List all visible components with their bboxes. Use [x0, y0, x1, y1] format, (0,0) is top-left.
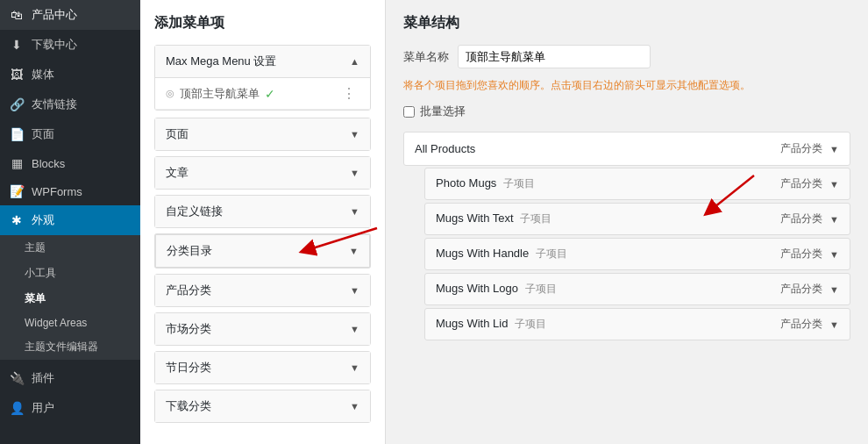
section-custom-links-arrow — [350, 206, 359, 217]
menu-item-mugs-with-lid-name: Mugs With Lid — [436, 317, 508, 330]
menu-item-mugs-with-lid-type: 产品分类 — [780, 317, 822, 332]
checkmark-icon: ✓ — [265, 87, 275, 101]
appearance-submenu: 主题 小工具 菜单 Widget Areas 主题文件编辑器 — [0, 235, 140, 360]
add-panel-title: 添加菜单项 — [154, 14, 371, 32]
section-posts: 文章 — [154, 156, 371, 190]
mega-menu-chevron: ▲ — [350, 56, 359, 67]
section-custom-links-header[interactable]: 自定义链接 — [155, 196, 370, 227]
users-icon: 👤 — [9, 401, 25, 415]
menu-item-mugs-with-text-type: 产品分类 — [780, 211, 822, 226]
menu-item-mugs-with-logo-left: Mugs With Logo 子项目 — [436, 282, 557, 297]
sidebar-item-plugins[interactable]: 🔌 插件 — [0, 363, 140, 393]
menu-item-photo-mugs-type: 产品分类 — [780, 176, 822, 191]
sidebar-item-label: 产品中心 — [32, 7, 77, 23]
sidebar-item-appearance[interactable]: ✱ 外观 — [0, 205, 140, 235]
bulk-select-row: 批量选择 — [403, 104, 850, 119]
menu-name-input[interactable] — [458, 45, 651, 68]
help-text: 将各个项目拖到您喜欢的顺序。点击项目右边的箭头可显示其他配置选项。 — [403, 77, 850, 93]
sidebar-item-pages[interactable]: 📄 页面 — [0, 119, 140, 149]
menu-item-mugs-with-logo-name: Mugs With Logo — [436, 282, 518, 295]
menu-name-label: 菜单名称 — [403, 49, 449, 65]
section-pages-label: 页面 — [166, 126, 189, 142]
wpforms-icon: 📝 — [9, 184, 25, 198]
sidebar-sub-widget-areas[interactable]: Widget Areas — [0, 312, 140, 334]
nav-location-icon: ◎ — [166, 88, 174, 99]
section-pages-header[interactable]: 页面 — [155, 118, 370, 150]
menu-item-mugs-with-handle-right: 产品分类 ▼ — [780, 247, 839, 261]
sidebar-item-label: Blocks — [32, 157, 65, 170]
menu-item-mugs-with-lid-sublabel: 子项目 — [515, 318, 546, 330]
sidebar-item-downloads[interactable]: ⬇ 下载中心 — [0, 30, 140, 60]
annotation-arrow-category — [386, 219, 395, 263]
menu-item-photo-mugs-left: Photo Mugs 子项目 — [436, 176, 535, 191]
section-download-cat-header[interactable]: 下载分类 — [155, 390, 370, 422]
plugins-icon: 🔌 — [9, 371, 25, 385]
menu-item-mugs-with-logo-type: 产品分类 — [780, 282, 822, 297]
section-category-header[interactable]: 分类目录 — [156, 235, 369, 267]
menu-item-photo-mugs-arrow[interactable]: ▼ — [829, 179, 839, 190]
section-holiday-cat-arrow — [350, 362, 359, 373]
section-custom-links-label: 自定义链接 — [166, 204, 223, 219]
sidebar-sub-theme[interactable]: 主题 — [0, 235, 140, 261]
section-category-arrow — [349, 246, 359, 256]
sidebar-item-products[interactable]: 🛍 产品中心 — [0, 0, 140, 30]
sidebar-item-users[interactable]: 👤 用户 — [0, 393, 140, 423]
sidebar-item-label: 外观 — [32, 212, 54, 228]
links-icon: 🔗 — [9, 97, 25, 111]
pages-icon: 📄 — [9, 127, 25, 141]
nav-item-left: ◎ 顶部主导航菜单 ✓ — [166, 86, 275, 102]
sidebar-item-label: 插件 — [32, 370, 54, 386]
section-holiday-cat-header[interactable]: 节日分类 — [155, 352, 370, 383]
menu-item-mugs-with-text[interactable]: Mugs With Text 子项目 产品分类 ▼ — [424, 203, 850, 235]
sidebar-item-media[interactable]: 🖼 媒体 — [0, 60, 140, 90]
nav-item-row: ◎ 顶部主导航菜单 ✓ ⋮ — [155, 78, 370, 110]
sidebar-item-wpforms[interactable]: 📝 WPForms — [0, 177, 140, 205]
products-icon: 🛍 — [9, 8, 25, 22]
menu-item-mugs-with-logo-arrow[interactable]: ▼ — [829, 284, 839, 295]
menu-item-mugs-with-lid-left: Mugs With Lid 子项目 — [436, 317, 546, 332]
menu-item-all-products-arrow[interactable]: ▼ — [829, 144, 839, 154]
sidebar-item-blocks[interactable]: ▦ Blocks — [0, 149, 140, 177]
menu-item-mugs-with-handle-sublabel: 子项目 — [536, 247, 567, 260]
menu-item-mugs-with-handle[interactable]: Mugs With Handle 子项目 产品分类 ▼ — [424, 238, 850, 270]
menu-item-mugs-with-handle-name: Mugs With Handle — [436, 247, 529, 260]
sidebar-item-label: 下载中心 — [32, 37, 77, 53]
menu-name-row: 菜单名称 — [403, 45, 850, 68]
section-download-cat: 下载分类 — [154, 390, 371, 423]
menu-item-all-products-name: All Products — [415, 142, 475, 155]
sidebar-sub-theme-editor[interactable]: 主题文件编辑器 — [0, 334, 140, 360]
menu-item-mugs-with-text-sublabel: 子项目 — [520, 212, 551, 225]
section-product-cat: 产品分类 — [154, 274, 371, 307]
nav-item-options-button[interactable]: ⋮ — [338, 85, 359, 102]
section-category: 分类目录 — [154, 233, 371, 269]
section-product-cat-header[interactable]: 产品分类 — [155, 275, 370, 306]
mega-menu-header[interactable]: Max Mega Menu 设置 ▲ — [155, 46, 370, 78]
section-market-cat-arrow — [350, 324, 359, 334]
sidebar-item-links[interactable]: 🔗 友情链接 — [0, 90, 140, 119]
menu-item-all-products[interactable]: All Products 产品分类 ▼ — [403, 132, 850, 166]
menu-item-mugs-with-logo[interactable]: Mugs With Logo 子项目 产品分类 ▼ — [424, 273, 850, 305]
menu-item-mugs-with-text-arrow[interactable]: ▼ — [829, 214, 839, 225]
menu-item-mugs-with-handle-arrow[interactable]: ▼ — [829, 249, 839, 260]
section-market-cat: 市场分类 — [154, 312, 371, 346]
menu-item-mugs-with-handle-type: 产品分类 — [780, 247, 822, 261]
menu-item-mugs-with-lid-arrow[interactable]: ▼ — [829, 319, 839, 330]
sidebar-sub-menus[interactable]: 菜单 — [0, 286, 140, 312]
menu-item-mugs-with-text-left: Mugs With Text 子项目 — [436, 211, 551, 226]
menu-item-photo-mugs[interactable]: Photo Mugs 子项目 产品分类 ▼ — [424, 168, 850, 200]
media-icon: 🖼 — [9, 68, 25, 82]
menu-item-mugs-with-lid[interactable]: Mugs With Lid 子项目 产品分类 ▼ — [424, 308, 850, 340]
menu-item-mugs-with-logo-right: 产品分类 ▼ — [780, 282, 839, 297]
section-posts-arrow — [350, 168, 359, 178]
mega-menu-label: Max Mega Menu 设置 — [166, 54, 276, 69]
section-pages-arrow — [350, 129, 359, 140]
sidebar-sub-widgets[interactable]: 小工具 — [0, 261, 140, 286]
section-holiday-cat-label: 节日分类 — [166, 360, 211, 376]
sidebar-item-label: WPForms — [32, 185, 82, 198]
menu-item-mugs-with-handle-left: Mugs With Handle 子项目 — [436, 247, 567, 261]
section-posts-header[interactable]: 文章 — [155, 157, 370, 189]
bulk-select-checkbox[interactable] — [403, 106, 415, 118]
section-market-cat-header[interactable]: 市场分类 — [155, 313, 370, 345]
nav-item-label: 顶部主导航菜单 — [180, 86, 260, 102]
structure-panel: 菜单结构 菜单名称 将各个项目拖到您喜欢的顺序。点击项目右边的箭头可显示其他配置… — [386, 0, 868, 444]
